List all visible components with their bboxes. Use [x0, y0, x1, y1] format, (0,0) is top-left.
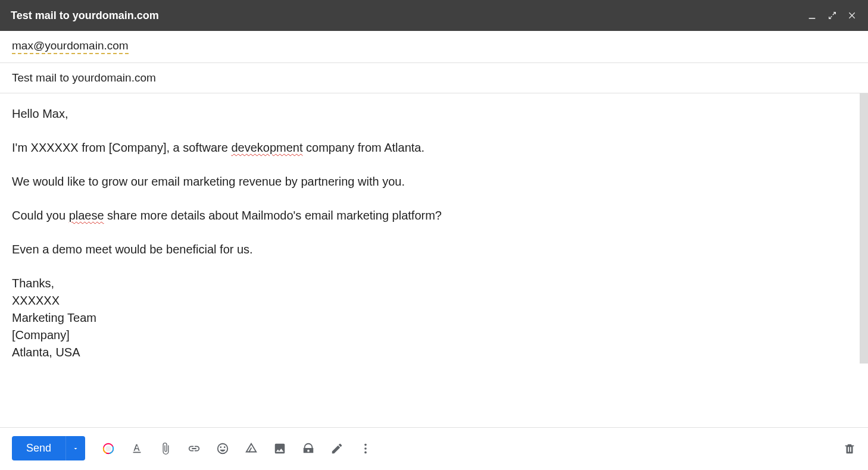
formatting-toolbar: [102, 442, 372, 455]
send-options-button[interactable]: [65, 436, 85, 460]
more-options-icon[interactable]: [359, 442, 372, 455]
compose-toolbar: Send: [0, 427, 868, 470]
svg-rect-0: [809, 18, 816, 19]
send-button[interactable]: Send: [12, 436, 65, 460]
minimize-icon[interactable]: [807, 11, 817, 20]
attach-file-icon[interactable]: [159, 442, 172, 455]
close-icon[interactable]: [848, 11, 857, 20]
discard-draft-icon[interactable]: [843, 442, 856, 455]
compose-header: Test mail to yourdomain.com: [0, 0, 868, 31]
svg-point-5: [364, 443, 367, 446]
insert-link-icon[interactable]: [188, 442, 201, 455]
insert-drive-icon[interactable]: [245, 442, 258, 455]
window-controls: [807, 11, 857, 20]
restore-icon[interactable]: [828, 11, 837, 20]
body-paragraph-1: I'm XXXXXX from [Company], a software de…: [12, 139, 856, 156]
body-paragraph-3: Could you plaese share more details abou…: [12, 207, 856, 224]
compose-title: Test mail to yourdomain.com: [11, 10, 159, 22]
grammar-check-icon[interactable]: [102, 442, 115, 455]
body-greeting: Hello Max,: [12, 105, 856, 123]
spelling-error[interactable]: plaese: [69, 209, 104, 222]
subject-field[interactable]: Test mail to yourdomain.com: [0, 63, 868, 93]
recipient-chip[interactable]: max@yourdomain.com: [12, 39, 129, 54]
svg-point-6: [364, 447, 367, 450]
body-paragraph-4: Even a demo meet would be beneficial for…: [12, 241, 856, 258]
insert-photo-icon[interactable]: [273, 442, 286, 455]
body-scrollbar[interactable]: [860, 93, 868, 364]
body-signature: Thanks, XXXXXX Marketing Team [Company] …: [12, 275, 856, 361]
confidential-mode-icon[interactable]: [302, 442, 315, 455]
svg-point-7: [364, 451, 367, 453]
body-paragraph-2: We would like to grow our email marketin…: [12, 173, 856, 190]
insert-emoji-icon[interactable]: [216, 442, 229, 455]
compose-body[interactable]: Hello Max, I'm XXXXXX from [Company], a …: [0, 93, 868, 427]
insert-signature-icon[interactable]: [330, 442, 344, 455]
svg-point-4: [105, 446, 111, 451]
spelling-error[interactable]: devekopment: [231, 141, 302, 154]
send-group: Send: [12, 436, 85, 460]
compose-window: Test mail to yourdomain.com max@yourdoma…: [0, 0, 868, 470]
to-field[interactable]: max@yourdomain.com: [0, 31, 868, 63]
text-format-icon[interactable]: [130, 442, 143, 455]
